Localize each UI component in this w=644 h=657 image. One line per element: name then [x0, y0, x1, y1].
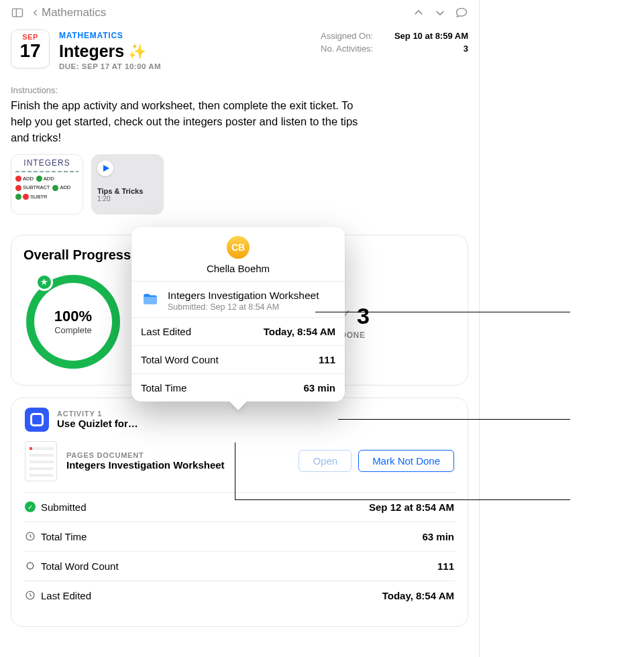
svg-rect-0 [13, 9, 23, 17]
sparkles-icon: ✨ [128, 43, 146, 60]
kv-label: Total Word Count [41, 560, 119, 572]
files-app-icon [141, 290, 160, 308]
popover-row-label: Last Edited [141, 326, 191, 337]
kv-word-count: Total Word Count 111 [23, 551, 455, 581]
clock-icon [25, 531, 36, 542]
poster-title: INTEGERS [11, 155, 83, 168]
mark-not-done-button[interactable]: Mark Not Done [358, 450, 454, 472]
popover-row-total-time: Total Time 63 min [131, 373, 345, 402]
popover-row-label: Total Word Count [141, 354, 219, 365]
attachment-poster[interactable]: INTEGERS ADD ADD SUBTRACT ADD SUBTR [11, 154, 83, 215]
popover-row-value: 63 min [303, 382, 335, 394]
media-duration: 1:20 [97, 195, 158, 202]
activity-card: ACTIVITY 1 Use Quizlet for… PAGES DOCUME… [11, 398, 468, 627]
attachments-row: INTEGERS ADD ADD SUBTRACT ADD SUBTR Tips… [0, 146, 479, 235]
kv-label: Total Time [41, 531, 87, 542]
kv-value: Today, 8:54 AM [382, 590, 454, 601]
popover-row-word-count: Total Word Count 111 [131, 345, 345, 373]
document-row: PAGES DOCUMENT Integers Investigation Wo… [23, 441, 455, 492]
popover-row-label: Total Time [141, 382, 186, 394]
callout-line [338, 419, 570, 420]
instructions-text: Finish the app activity and worksheet, t… [0, 98, 376, 146]
popover-row-value: Today, 8:54 AM [264, 326, 335, 337]
callout-line [315, 312, 570, 312]
calendar-day: 17 [11, 41, 49, 62]
activity-title: Use Quizlet for… [57, 418, 138, 429]
callout-line [235, 442, 235, 499]
document-eyebrow: PAGES DOCUMENT [66, 451, 289, 459]
document-title: Integers Investigation Worksheet [66, 459, 289, 471]
kv-last-edited: Last Edited Today, 8:54 AM [23, 581, 455, 610]
open-button[interactable]: Open [299, 450, 352, 472]
assigned-label: Assigned On: [321, 31, 373, 41]
kv-submitted: ✓ Submitted Sep 12 at 8:54 AM [23, 492, 455, 522]
stat-done-count: 3 [357, 303, 370, 329]
app-window: Mathematics SEP 17 MATHEMATICS Integers … [0, 0, 480, 657]
activities-value: 3 [464, 44, 468, 54]
sidebar-toggle-icon[interactable] [9, 5, 25, 21]
kv-label: Last Edited [41, 590, 91, 601]
prev-icon[interactable] [411, 5, 427, 21]
assignment-header: SEP 17 MATHEMATICS Integers ✨ DUE: SEP 1… [0, 25, 479, 70]
calendar-icon: SEP 17 [11, 29, 50, 68]
kv-label: Submitted [41, 501, 87, 513]
popover-row-value: 111 [319, 354, 335, 365]
student-popover: CB Chella Boehm Integers Investigation W… [131, 227, 345, 402]
assignment-title: Integers [59, 42, 124, 61]
activities-label: No. Activities: [321, 44, 373, 54]
back-label: Mathematics [42, 6, 106, 19]
quizlet-app-icon [25, 408, 49, 432]
badge-icon [25, 560, 36, 571]
popover-row-last-edited: Last Edited Today, 8:54 AM [131, 317, 345, 345]
activity-eyebrow: ACTIVITY 1 [57, 410, 138, 418]
kv-value: Sep 12 at 8:54 AM [369, 501, 454, 513]
messages-icon[interactable] [453, 5, 470, 21]
media-title: Tips & Tricks [97, 187, 158, 195]
popover-file-sub: Submitted: Sep 12 at 8:54 AM [168, 302, 319, 312]
play-icon[interactable] [97, 160, 113, 176]
kv-value: 111 [437, 560, 454, 572]
progress-percent-label: Complete [54, 325, 92, 335]
assignment-meta: Assigned On: Sep 10 at 8:59 AM No. Activ… [321, 29, 468, 70]
student-name: Chella Boehm [207, 263, 270, 274]
kv-total-time: Total Time 63 min [23, 522, 455, 551]
document-thumbnail[interactable] [25, 441, 57, 481]
popover-file-row[interactable]: Integers Investigation Worksheet Submitt… [131, 282, 345, 317]
progress-percent: 100% [54, 308, 92, 325]
callout-line [235, 499, 570, 500]
clock-icon [25, 590, 36, 601]
assigned-value: Sep 10 at 8:59 AM [394, 31, 468, 41]
avatar: CB [227, 236, 250, 259]
instructions-label: Instructions: [0, 70, 479, 98]
popover-file-title: Integers Investigation Worksheet [168, 290, 319, 302]
subject-tag: MATHEMATICS [59, 31, 161, 40]
toolbar: Mathematics [0, 0, 479, 25]
next-icon[interactable] [432, 5, 448, 21]
progress-ring: ★ 100% Complete [26, 275, 120, 369]
attachment-audio[interactable]: Tips & Tricks 1:20 [91, 154, 164, 215]
check-circle-icon: ✓ [25, 501, 36, 512]
kv-value: 63 min [422, 531, 454, 542]
back-button[interactable]: Mathematics [31, 6, 106, 19]
star-icon: ★ [36, 274, 53, 291]
due-date: DUE: SEP 17 AT 10:00 AM [59, 62, 161, 70]
calendar-month: SEP [11, 30, 49, 41]
